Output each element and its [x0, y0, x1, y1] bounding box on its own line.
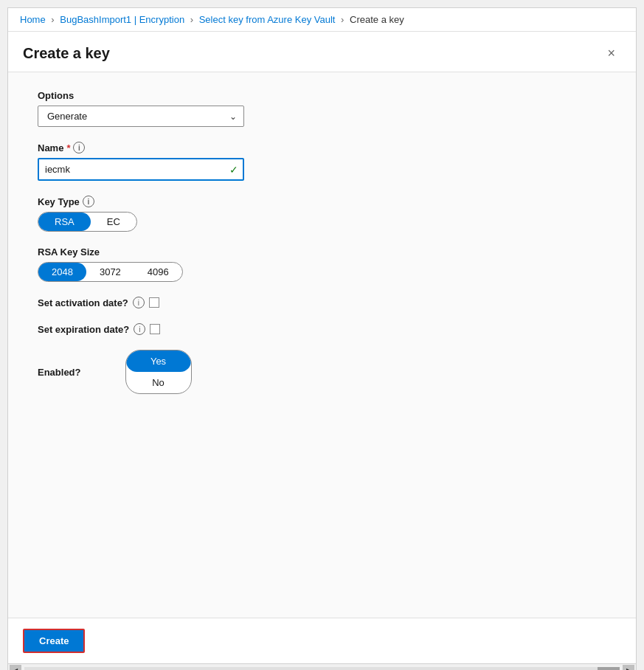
key-type-toggle-group: RSA EC	[38, 212, 137, 232]
enabled-no-button[interactable]: No	[126, 372, 191, 393]
breadcrumb: Home › BugBashImport1 | Encryption › Sel…	[8, 8, 636, 32]
breadcrumb-separator-3: ›	[341, 14, 347, 25]
activation-date-row: Set activation date? i	[38, 297, 606, 308]
create-key-dialog: Create a key × Options Generate Import R…	[8, 32, 636, 670]
key-size-3072-button[interactable]: 3072	[86, 263, 134, 281]
expiration-date-info-icon[interactable]: i	[134, 323, 145, 335]
dialog-header: Create a key ×	[8, 32, 636, 72]
name-info-icon[interactable]: i	[73, 142, 85, 153]
breadcrumb-select-key[interactable]: Select key from Azure Key Vault	[199, 14, 336, 25]
key-size-4096-button[interactable]: 4096	[134, 263, 182, 281]
create-button[interactable]: Create	[23, 629, 85, 653]
breadcrumb-home[interactable]: Home	[20, 14, 46, 25]
scroll-thumb[interactable]	[598, 667, 620, 671]
key-type-label: Key Type i	[38, 196, 606, 207]
scroll-right-arrow[interactable]: ▶	[623, 665, 634, 671]
dialog-title: Create a key	[23, 45, 110, 62]
rsa-key-size-group: RSA Key Size 2048 3072 4096	[38, 246, 606, 282]
enabled-yes-button[interactable]: Yes	[126, 350, 191, 372]
options-select[interactable]: Generate Import Restore	[38, 106, 244, 127]
key-type-ec-button[interactable]: EC	[91, 213, 136, 231]
enabled-row: Enabled? Yes No	[38, 350, 606, 394]
scroll-track	[24, 667, 620, 671]
activation-date-label: Set activation date?	[38, 297, 128, 308]
activation-date-info-icon[interactable]: i	[133, 297, 145, 308]
expiration-date-checkbox[interactable]	[150, 324, 160, 334]
expiration-date-label: Set expiration date?	[38, 324, 129, 335]
options-label: Options	[38, 90, 606, 101]
name-input-wrapper: ✓	[38, 158, 244, 181]
name-label: Name * i	[38, 142, 606, 153]
key-size-2048-button[interactable]: 2048	[38, 263, 86, 281]
close-button[interactable]: ×	[601, 44, 621, 63]
page-container: Home › BugBashImport1 | Encryption › Sel…	[7, 7, 637, 670]
checkmark-icon: ✓	[229, 164, 238, 176]
enabled-label: Enabled?	[38, 367, 81, 378]
key-type-rsa-button[interactable]: RSA	[38, 213, 91, 231]
key-type-info-icon[interactable]: i	[83, 196, 94, 207]
expiration-date-row: Set expiration date? i	[38, 323, 606, 335]
scroll-left-arrow[interactable]: ◀	[10, 665, 21, 671]
scrollbar-area: ◀ ▶	[8, 663, 636, 670]
name-input[interactable]	[38, 158, 244, 181]
required-star: *	[66, 142, 70, 153]
rsa-key-size-label: RSA Key Size	[38, 246, 606, 258]
dialog-body: Options Generate Import Restore ⌄ Name *…	[8, 72, 636, 618]
enabled-toggle-group: Yes No	[125, 350, 192, 394]
breadcrumb-separator-2: ›	[190, 14, 196, 25]
breadcrumb-current: Create a key	[350, 14, 404, 25]
breadcrumb-encryption[interactable]: BugBashImport1 | Encryption	[60, 14, 184, 25]
rsa-key-size-toggle-group: 2048 3072 4096	[38, 262, 183, 282]
breadcrumb-separator-1: ›	[51, 14, 57, 25]
key-type-group: Key Type i RSA EC	[38, 196, 606, 232]
dialog-footer: Create	[8, 618, 636, 663]
activation-date-checkbox[interactable]	[149, 297, 159, 308]
options-group: Options Generate Import Restore ⌄	[38, 90, 606, 127]
options-select-wrapper: Generate Import Restore ⌄	[38, 106, 244, 127]
name-group: Name * i ✓	[38, 142, 606, 181]
